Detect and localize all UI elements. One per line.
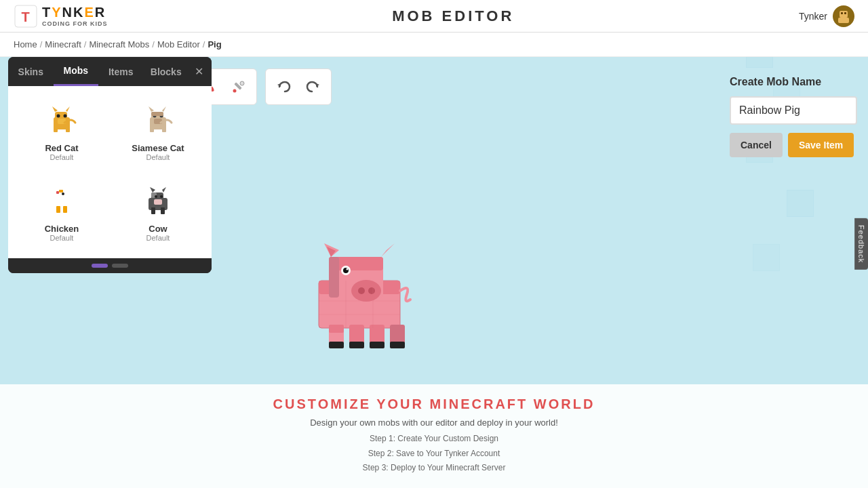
svg-marker-79 xyxy=(149,106,154,112)
svg-rect-59 xyxy=(349,342,364,348)
step-3: Step 3: Deploy to Your Minecraft Server xyxy=(12,461,856,476)
username: Tynker xyxy=(799,11,827,22)
svg-rect-61 xyxy=(370,342,384,348)
history-group xyxy=(265,68,332,105)
svg-rect-54 xyxy=(329,257,339,298)
action-buttons: Cancel Save Item xyxy=(730,133,857,157)
list-item[interactable]: Red Cat Default xyxy=(16,94,107,169)
svg-marker-70 xyxy=(52,106,58,112)
breadcrumb-minecraft-mobs[interactable]: Minecraft Mobs xyxy=(89,39,149,49)
list-item[interactable]: Cow Default xyxy=(113,175,203,250)
svg-rect-76 xyxy=(66,127,70,132)
tab-blocks[interactable]: Blocks xyxy=(144,58,189,85)
svg-rect-57 xyxy=(329,342,344,348)
svg-point-100 xyxy=(160,195,163,198)
list-item[interactable]: Chicken Default xyxy=(16,175,107,250)
svg-point-72 xyxy=(57,115,60,118)
bottom-subtitle: Design your own mobs with our editor and… xyxy=(12,418,856,428)
svg-rect-5 xyxy=(841,12,843,14)
breadcrumb-home[interactable]: Home xyxy=(14,39,37,49)
tab-skins[interactable]: Skins xyxy=(8,58,54,85)
redo-button[interactable] xyxy=(300,73,327,100)
mob-list: Red Cat Default Sia xyxy=(8,86,212,258)
svg-point-46 xyxy=(358,287,365,294)
list-item[interactable]: Siamese Cat Default xyxy=(113,94,203,169)
tab-items[interactable]: Items xyxy=(98,58,144,85)
breadcrumb-minecraft[interactable]: Minecraft xyxy=(45,39,81,49)
red-cat-sprite xyxy=(43,102,81,140)
svg-rect-63 xyxy=(390,342,405,348)
mob-name-red-cat: Red Cat xyxy=(45,143,78,153)
mob-selector-overlay: Skins Mobs Items Blocks ✕ xyxy=(8,57,212,273)
chicken-sprite xyxy=(43,183,81,221)
bottom-section: CUSTOMIZE YOUR MINECRAFT WORLD Design yo… xyxy=(0,384,868,488)
user-area: Tynker xyxy=(799,5,854,27)
bottom-steps: Step 1: Create Your Custom Design Step 2… xyxy=(12,432,856,476)
mob-type-cow: Default xyxy=(146,234,170,242)
page-title: MOB EDITOR xyxy=(108,7,799,25)
cow-sprite xyxy=(139,183,177,221)
save-button[interactable]: Save Item xyxy=(788,133,854,157)
page-dot-1[interactable] xyxy=(92,264,108,268)
header: T TYNKER CODING FOR KIDS MOB EDITOR Tynk… xyxy=(0,0,868,33)
svg-point-45 xyxy=(351,280,381,302)
undo-button[interactable] xyxy=(270,73,297,100)
svg-rect-94 xyxy=(52,198,56,205)
avatar xyxy=(833,5,854,27)
svg-rect-89 xyxy=(56,191,59,194)
step-1: Step 1: Create Your Custom Design xyxy=(12,432,856,447)
tab-mobs[interactable]: Mobs xyxy=(54,57,99,86)
mob-name-chicken: Chicken xyxy=(45,224,79,234)
svg-rect-86 xyxy=(151,112,163,116)
mob-type-red-cat: Default xyxy=(50,153,74,161)
cancel-button[interactable]: Cancel xyxy=(730,133,783,157)
siamese-cat-sprite xyxy=(139,102,177,140)
svg-rect-105 xyxy=(154,199,162,205)
svg-rect-101 xyxy=(151,207,155,214)
mob-selector-header: Skins Mobs Items Blocks ✕ xyxy=(8,57,212,86)
pig-preview xyxy=(285,220,434,369)
logo-sub: CODING FOR KIDS xyxy=(42,20,108,27)
svg-rect-85 xyxy=(162,127,166,132)
svg-rect-92 xyxy=(56,206,60,213)
mob-name-cow: Cow xyxy=(149,224,167,234)
page-dot-2[interactable] xyxy=(112,264,128,268)
breadcrumb-current: Pig xyxy=(208,39,221,49)
mob-type-chicken: Default xyxy=(50,234,74,242)
svg-rect-6 xyxy=(844,12,846,14)
pagination xyxy=(8,258,212,273)
svg-marker-53 xyxy=(381,243,395,257)
svg-rect-102 xyxy=(161,207,165,214)
breadcrumb: Home / Minecraft / Minecraft Mobs / Mob … xyxy=(0,33,868,57)
svg-rect-91 xyxy=(59,190,63,192)
svg-marker-104 xyxy=(162,187,166,192)
mob-name-input[interactable] xyxy=(730,96,857,125)
eyedropper-tool[interactable] xyxy=(225,73,252,100)
svg-point-47 xyxy=(368,287,375,294)
svg-rect-3 xyxy=(840,11,848,18)
svg-marker-103 xyxy=(150,187,155,192)
logo: T TYNKER CODING FOR KIDS xyxy=(14,4,108,28)
close-icon[interactable]: ✕ xyxy=(189,62,209,82)
svg-point-73 xyxy=(64,115,67,118)
create-mob-title: Create Mob Name xyxy=(730,76,857,88)
step-2: Step 2: Save to Your Tynker Account xyxy=(12,447,856,462)
svg-point-50 xyxy=(347,268,349,270)
feedback-tab[interactable]: Feedback xyxy=(854,218,868,270)
svg-point-37 xyxy=(233,89,237,93)
mob-type-siamese: Default xyxy=(146,153,170,161)
logo-text: TYNKER xyxy=(42,5,108,20)
svg-point-99 xyxy=(155,195,157,198)
svg-marker-80 xyxy=(162,106,166,112)
svg-rect-4 xyxy=(838,18,849,23)
svg-rect-95 xyxy=(67,198,71,205)
breadcrumb-mob-editor[interactable]: Mob Editor xyxy=(157,39,200,49)
svg-point-90 xyxy=(62,192,64,195)
svg-rect-75 xyxy=(54,127,58,132)
mob-name-siamese: Siamese Cat xyxy=(132,143,184,153)
svg-rect-93 xyxy=(63,206,67,213)
svg-point-36 xyxy=(240,81,244,85)
svg-marker-71 xyxy=(66,106,70,112)
logo-image: T xyxy=(14,4,38,28)
svg-rect-56 xyxy=(329,325,344,333)
